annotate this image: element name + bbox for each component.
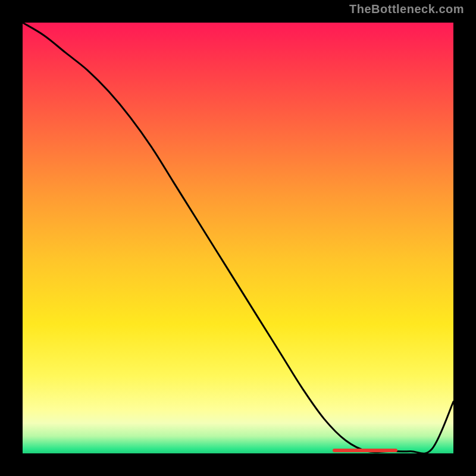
plot-outer <box>18 18 458 458</box>
highlight-bar <box>333 449 397 452</box>
chart-frame: TheBottleneck.com <box>0 0 476 476</box>
plot-area <box>23 23 453 453</box>
line-chart <box>23 23 453 453</box>
watermark-text: TheBottleneck.com <box>349 2 464 16</box>
curve-path <box>23 23 453 453</box>
